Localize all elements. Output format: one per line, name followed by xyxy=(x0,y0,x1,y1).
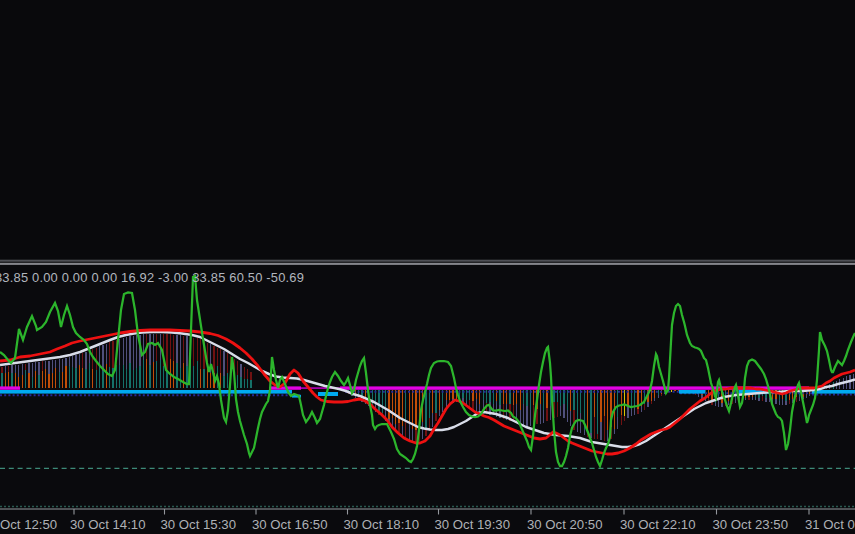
svg-text:30 Oct 16:50: 30 Oct 16:50 xyxy=(252,517,328,532)
svg-text:30 Oct 15:30: 30 Oct 15:30 xyxy=(161,517,237,532)
svg-text:30 Oct 20:50: 30 Oct 20:50 xyxy=(527,517,603,532)
svg-text:30 Oct 18:10: 30 Oct 18:10 xyxy=(344,517,420,532)
svg-text:33.85 0.00 0.00 0.00 16.92 -3.: 33.85 0.00 0.00 0.00 16.92 -3.00 33.85 6… xyxy=(0,270,304,285)
svg-text:Oct 12:50: Oct 12:50 xyxy=(0,517,57,532)
svg-text:30 Oct 14:10: 30 Oct 14:10 xyxy=(70,517,146,532)
svg-text:31 Oct 01:1: 31 Oct 01:1 xyxy=(805,517,855,532)
svg-text:30 Oct 19:30: 30 Oct 19:30 xyxy=(435,517,511,532)
svg-text:30 Oct 22:10: 30 Oct 22:10 xyxy=(620,517,696,532)
svg-text:30 Oct 23:50: 30 Oct 23:50 xyxy=(713,517,789,532)
